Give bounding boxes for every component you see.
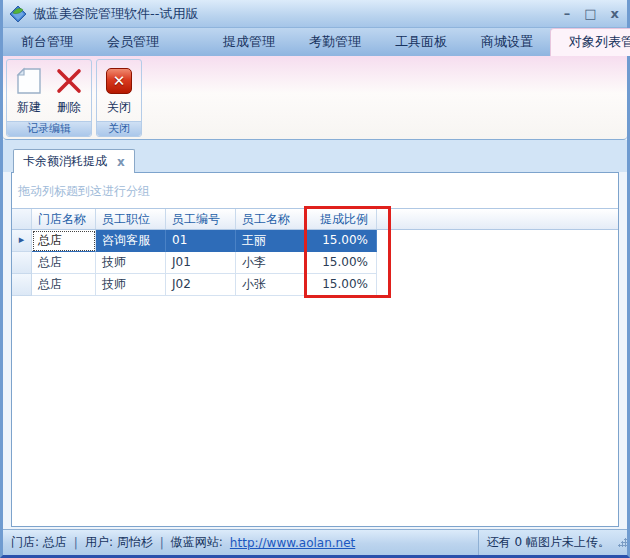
status-separator: | [74, 536, 78, 550]
row-indicator-arrow: ▸ [12, 230, 32, 252]
table-row[interactable]: 总店 技师 J01 小李 15.00% [12, 252, 378, 274]
column-header-store-name[interactable]: 门店名称 [32, 209, 96, 229]
cell-code[interactable]: J02 [166, 274, 236, 296]
grid-header-row: 门店名称 员工职位 员工编号 员工名称 提成比例 [12, 208, 618, 230]
tab-tools[interactable]: 工具面板 [378, 29, 464, 56]
status-upload-text: 还有 0 幅图片未上传。 [487, 534, 610, 551]
cell-code[interactable]: J01 [166, 252, 236, 274]
document-tab-label: 卡余额消耗提成 [23, 153, 107, 170]
cell-rate[interactable]: 15.00% [305, 230, 377, 252]
tab-attendance[interactable]: 考勤管理 [292, 29, 378, 56]
data-grid: 门店名称 员工职位 员工编号 员工名称 提成比例 ▸ 总店 咨询客服 01 王丽… [12, 208, 618, 296]
status-site-label: 傲蓝网站: [171, 534, 223, 551]
cell-position[interactable]: 咨询客服 [96, 230, 166, 252]
new-button-label: 新建 [17, 99, 41, 116]
maximize-button[interactable]: □ [584, 6, 596, 22]
content-panel: 拖动列标题到这进行分组 门店名称 员工职位 员工编号 员工名称 提成比例 ▸ 总… [11, 172, 619, 527]
minimize-button[interactable]: – [564, 6, 571, 22]
app-icon [9, 5, 27, 23]
group-record-edit: 新建 删除 记录编辑 [6, 59, 92, 137]
close-view-button-label: 关闭 [107, 99, 131, 116]
table-row[interactable]: ▸ 总店 咨询客服 01 王丽 15.00% [12, 230, 378, 252]
group-close: ✕ 关闭 关闭 [96, 59, 142, 137]
ribbon-body: 新建 删除 记录编辑 ✕ 关闭 [3, 56, 627, 140]
grid-group-panel[interactable]: 拖动列标题到这进行分组 [12, 173, 618, 208]
delete-button[interactable]: 删除 [49, 64, 89, 116]
cell-store[interactable]: 总店 [32, 252, 96, 274]
status-upload-panel: 还有 0 幅图片未上传。 [478, 530, 627, 555]
tab-commission[interactable]: 提成管理 [206, 29, 292, 56]
cell-store[interactable]: 总店 [32, 274, 96, 296]
group-close-label: 关闭 [97, 121, 141, 136]
resize-grip-icon[interactable] [618, 538, 627, 547]
cell-code[interactable]: 01 [166, 230, 236, 252]
column-header-commission-rate[interactable]: 提成比例 [305, 209, 377, 229]
column-header-employee-code[interactable]: 员工编号 [166, 209, 236, 229]
cell-position[interactable]: 技师 [96, 274, 166, 296]
cell-rate[interactable]: 15.00% [305, 274, 377, 296]
new-button[interactable]: 新建 [9, 64, 49, 116]
table-row[interactable]: 总店 技师 J02 小张 15.00% [12, 274, 378, 296]
tab-front-desk[interactable]: 前台管理 [4, 29, 90, 56]
group-record-edit-label: 记录编辑 [7, 121, 91, 136]
tab-object-list-management[interactable]: 对象列表管理 [550, 28, 630, 56]
cell-name[interactable]: 王丽 [236, 230, 305, 252]
cell-position[interactable]: 技师 [96, 252, 166, 274]
column-header-filler [377, 209, 618, 229]
status-separator: | [160, 536, 164, 550]
row-indicator-header [12, 209, 32, 229]
status-store: 门店: 总店 [11, 534, 67, 551]
cell-rate[interactable]: 15.00% [305, 252, 377, 274]
column-header-position[interactable]: 员工职位 [96, 209, 166, 229]
delete-button-label: 删除 [57, 99, 81, 116]
new-document-icon [14, 66, 44, 96]
close-button[interactable]: x [611, 6, 619, 22]
status-bar: 门店: 总店 | 用户: 周怡杉 | 傲蓝网站: http://www.aola… [3, 529, 627, 555]
document-tab-strip: 卡余额消耗提成 x [3, 140, 627, 172]
close-view-button[interactable]: ✕ 关闭 [99, 64, 139, 116]
delete-x-icon [54, 66, 84, 96]
document-tab-close-icon[interactable]: x [117, 155, 125, 169]
status-user: 用户: 周怡杉 [85, 534, 153, 551]
window-title: 傲蓝美容院管理软件--试用版 [33, 5, 564, 23]
tab-mall-settings[interactable]: 商城设置 [464, 29, 550, 56]
title-bar: 傲蓝美容院管理软件--试用版 – □ x [3, 0, 627, 28]
status-site-link[interactable]: http://www.aolan.net [230, 536, 355, 550]
cell-store[interactable]: 总店 [32, 230, 96, 252]
row-indicator [12, 274, 32, 296]
column-header-employee-name[interactable]: 员工名称 [236, 209, 305, 229]
ribbon-tab-strip: 前台管理 会员管理 提成管理 考勤管理 工具面板 商城设置 对象列表管理 [3, 28, 627, 56]
tab-members[interactable]: 会员管理 [90, 29, 176, 56]
row-indicator [12, 252, 32, 274]
document-tab-card-balance-commission[interactable]: 卡余额消耗提成 x [13, 149, 135, 173]
close-box-icon: ✕ [104, 66, 134, 96]
cell-name[interactable]: 小李 [236, 252, 305, 274]
cell-name[interactable]: 小张 [236, 274, 305, 296]
app-window: 傲蓝美容院管理软件--试用版 – □ x 前台管理 会员管理 提成管理 考勤管理… [0, 0, 630, 558]
